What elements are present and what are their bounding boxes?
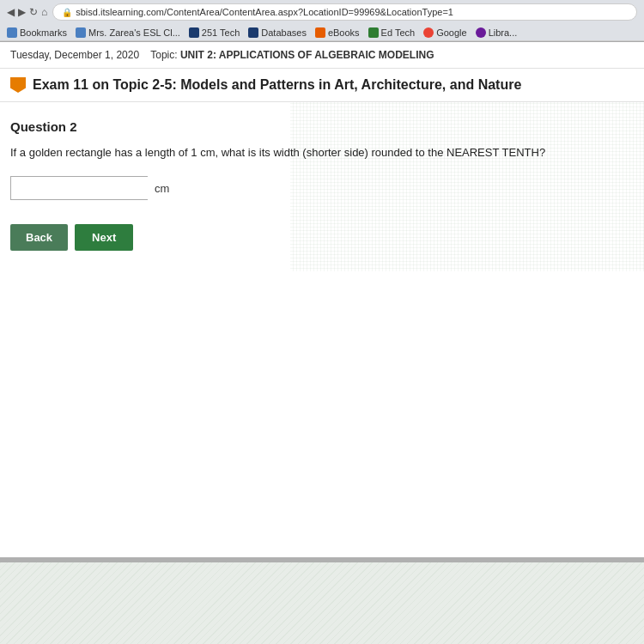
- bookmarks-folder-icon: [7, 27, 17, 38]
- nav-arrows: ◀ ▶ ↻ ⌂: [7, 6, 47, 18]
- bookmarks-label: Bookmarks: [20, 27, 67, 38]
- 251tech-label: 251 Tech: [202, 27, 240, 38]
- address-bar[interactable]: 🔒 sbisd.itslearning.com/ContentArea/Cont…: [52, 3, 637, 21]
- libra-label: Libra...: [489, 27, 518, 38]
- buttons-row: Back Next: [10, 221, 634, 254]
- ed-tech-icon: [368, 27, 379, 38]
- bookmarks-bar: Bookmarks Mrs. Zarea's ESL Cl... 251 Tec…: [0, 25, 644, 41]
- 251tech-icon: [189, 27, 199, 38]
- topic-label: Topic:: [150, 49, 177, 61]
- unit-label: cm: [155, 182, 169, 195]
- databases-icon: [248, 27, 258, 38]
- mrs-zarea-icon: [76, 27, 86, 38]
- topic-value: UNIT 2: APPLICATIONS OF ALGEBRAIC MODELI…: [180, 49, 434, 61]
- home-icon[interactable]: ⌂: [41, 6, 47, 18]
- browser-chrome: ◀ ▶ ↻ ⌂ 🔒 sbisd.itslearning.com/ContentA…: [0, 0, 644, 42]
- address-text: sbisd.itslearning.com/ContentArea/Conten…: [76, 7, 453, 17]
- page-lower-decoration: [0, 562, 644, 644]
- bookmark-libra[interactable]: Libra...: [476, 27, 518, 38]
- forward-nav-icon[interactable]: ▶: [18, 6, 26, 18]
- bookmark-databases[interactable]: Databases: [248, 27, 307, 38]
- libra-icon: [476, 27, 486, 38]
- date-text: Tuesday, December 1, 2020: [10, 49, 139, 61]
- google-label: Google: [436, 27, 466, 38]
- question-label: Question 2: [10, 119, 634, 134]
- answer-row: cm: [10, 176, 634, 200]
- address-bar-row: ◀ ▶ ↻ ⌂ 🔒 sbisd.itslearning.com/ContentA…: [0, 0, 644, 25]
- exam-title-text: Exam 11 on Topic 2-5: Models and Pattern…: [33, 77, 521, 93]
- google-icon: [423, 27, 434, 38]
- bookmark-ed-tech[interactable]: Ed Tech: [368, 27, 416, 38]
- next-button[interactable]: Next: [75, 224, 133, 251]
- question-text: If a golden rectangle has a length of 1 …: [10, 146, 634, 159]
- question-area: Question 2 If a golden rectangle has a l…: [0, 102, 644, 271]
- back-nav-icon[interactable]: ◀: [7, 6, 15, 18]
- ebooks-icon: [315, 27, 325, 38]
- databases-label: Databases: [261, 27, 307, 38]
- bookmark-mrs-zarea[interactable]: Mrs. Zarea's ESL Cl...: [76, 27, 180, 38]
- topic-bar: Tuesday, December 1, 2020 Topic: UNIT 2:…: [0, 42, 644, 69]
- ed-tech-label: Ed Tech: [381, 27, 416, 38]
- ebooks-label: eBooks: [328, 27, 360, 38]
- lock-icon: 🔒: [62, 8, 72, 17]
- bookmark-bookmarks[interactable]: Bookmarks: [7, 27, 67, 38]
- back-button[interactable]: Back: [10, 224, 68, 251]
- bookmark-ebooks[interactable]: eBooks: [315, 27, 360, 38]
- exam-icon: [10, 77, 26, 93]
- bookmark-google[interactable]: Google: [423, 27, 466, 38]
- mrs-zarea-label: Mrs. Zarea's ESL Cl...: [88, 27, 180, 38]
- bookmark-251tech[interactable]: 251 Tech: [189, 27, 240, 38]
- reload-icon[interactable]: ↻: [29, 6, 38, 18]
- answer-input[interactable]: [10, 176, 148, 200]
- exam-title-bar: Exam 11 on Topic 2-5: Models and Pattern…: [0, 69, 644, 102]
- page-content: Tuesday, December 1, 2020 Topic: UNIT 2:…: [0, 42, 644, 557]
